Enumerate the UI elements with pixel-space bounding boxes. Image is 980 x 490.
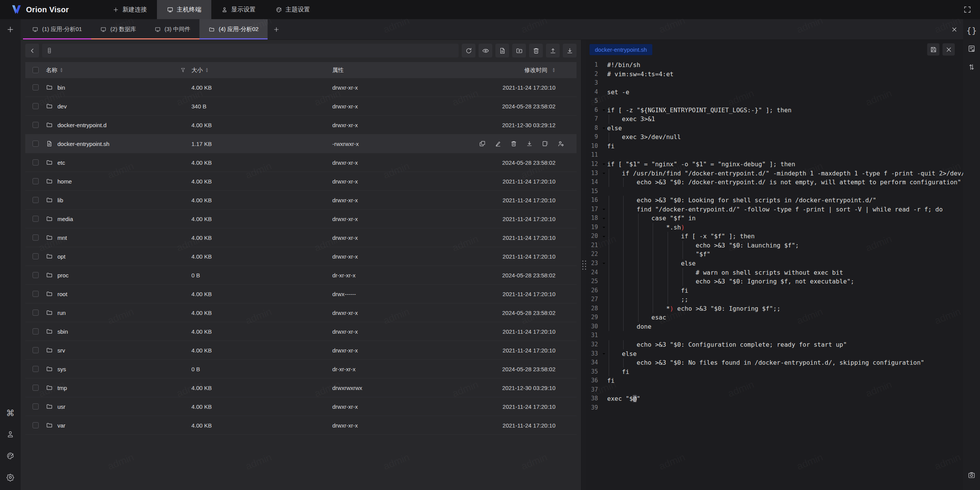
theme-settings-button[interactable] xyxy=(3,449,18,463)
refresh-button[interactable] xyxy=(462,44,475,57)
table-row[interactable]: bin4.00 KBdrwxr-xr-x2021-11-24 17:20:10 xyxy=(25,78,577,97)
file-name[interactable]: run xyxy=(57,310,66,316)
path-bar[interactable] xyxy=(42,44,459,57)
fold-chevron-icon[interactable] xyxy=(600,106,607,115)
terminal-tab[interactable]: (4) 应用-分析02 xyxy=(199,19,268,39)
fold-chevron-icon[interactable] xyxy=(600,232,607,241)
table-row[interactable]: docker-entrypoint.d4.00 KBdrwxr-xr-x2021… xyxy=(25,116,577,134)
permission-button[interactable] xyxy=(557,140,564,147)
add-tab-button[interactable] xyxy=(268,19,285,39)
filter-icon[interactable] xyxy=(180,67,186,73)
fold-chevron-icon[interactable] xyxy=(600,160,607,169)
fold-chevron-icon[interactable] xyxy=(600,349,607,359)
file-name[interactable]: usr xyxy=(57,403,65,410)
preview-button[interactable] xyxy=(479,44,492,57)
save-button[interactable] xyxy=(927,43,939,56)
file-name[interactable]: var xyxy=(57,422,65,429)
upload-button[interactable] xyxy=(546,44,560,57)
fold-chevron-icon[interactable] xyxy=(600,124,607,133)
file-name[interactable]: media xyxy=(57,216,73,222)
terminal-tab[interactable]: (2) 数据库 xyxy=(91,19,145,39)
row-checkbox[interactable] xyxy=(33,159,39,166)
fold-chevron-icon[interactable] xyxy=(600,205,607,214)
menu-display-settings[interactable]: 显示设置 xyxy=(211,0,266,19)
row-checkbox[interactable] xyxy=(33,141,39,147)
table-row[interactable]: sys0 Bdr-xr-xr-x2024-05-28 23:58:02 xyxy=(25,360,577,379)
row-checkbox[interactable] xyxy=(33,122,39,128)
table-row[interactable]: etc4.00 KBdrwxr-xr-x2024-05-28 23:58:02 xyxy=(25,153,577,172)
row-checkbox[interactable] xyxy=(33,197,39,203)
row-checkbox[interactable] xyxy=(33,328,39,334)
sort-time-control[interactable]: ▲▼ xyxy=(552,67,555,73)
transfer-list-button[interactable] xyxy=(964,60,979,74)
close-editor-button[interactable] xyxy=(942,43,955,56)
fold-chevron-icon[interactable] xyxy=(600,214,607,223)
file-name[interactable]: root xyxy=(57,291,67,297)
row-checkbox[interactable] xyxy=(33,84,39,90)
table-row[interactable]: srv4.00 KBdrwxr-xr-x2021-11-24 17:20:10 xyxy=(25,341,577,360)
column-name[interactable]: 名称 xyxy=(46,67,57,74)
path-input[interactable] xyxy=(56,48,455,54)
file-name[interactable]: lib xyxy=(57,197,63,203)
file-name[interactable]: mnt xyxy=(57,234,67,241)
row-checkbox[interactable] xyxy=(33,310,39,316)
column-mtime[interactable]: 修改时间 xyxy=(524,67,547,74)
table-row[interactable]: tmp4.00 KBdrwxrwxrwx2021-12-30 03:29:10 xyxy=(25,379,577,397)
file-name[interactable]: tmp xyxy=(57,385,67,391)
table-row[interactable]: usr4.00 KBdrwxr-xr-x2021-11-24 17:20:10 xyxy=(25,397,577,416)
table-row[interactable]: var4.00 KBdrwxr-xr-x2021-11-24 17:20:10 xyxy=(25,416,577,435)
table-row[interactable]: dev340 Bdrwxr-xr-x2024-05-28 23:58:02 xyxy=(25,97,577,116)
row-checkbox[interactable] xyxy=(33,366,39,372)
fold-chevron-icon[interactable] xyxy=(600,169,607,178)
code-editor[interactable]: 1#!/bin/sh2# vim:sw=4:ts=4:et34set -e56i… xyxy=(586,57,963,490)
row-checkbox[interactable] xyxy=(33,234,39,241)
new-folder-button[interactable] xyxy=(512,44,526,57)
table-row[interactable]: media4.00 KBdrwxr-xr-x2021-11-24 17:20:1… xyxy=(25,210,577,228)
delete-button[interactable] xyxy=(529,44,543,57)
new-file-button[interactable] xyxy=(495,44,509,57)
row-checkbox[interactable] xyxy=(33,403,39,410)
display-settings-button[interactable] xyxy=(3,427,18,442)
file-detail-button[interactable] xyxy=(964,41,979,56)
table-row[interactable]: run4.00 KBdrwxr-xr-x2024-05-28 23:58:02 xyxy=(25,303,577,322)
row-checkbox[interactable] xyxy=(33,422,39,428)
menu-theme-settings[interactable]: 主题设置 xyxy=(266,0,320,19)
row-checkbox[interactable] xyxy=(33,385,39,391)
new-terminal-button[interactable] xyxy=(3,22,18,37)
table-row[interactable]: proc0 Bdr-xr-xr-x2024-05-28 23:58:02 xyxy=(25,266,577,285)
edit-button[interactable] xyxy=(494,140,501,147)
shortcut-keys-button[interactable]: ⌘ xyxy=(3,406,18,420)
row-checkbox[interactable] xyxy=(33,178,39,184)
back-button[interactable] xyxy=(25,44,39,57)
fold-chevron-icon[interactable] xyxy=(600,259,607,268)
fold-chevron-icon[interactable] xyxy=(600,223,607,232)
settings-button[interactable] xyxy=(3,470,18,485)
table-row[interactable]: mnt4.00 KBdrwxr-xr-x2021-11-24 17:20:10 xyxy=(25,228,577,247)
copy-button[interactable] xyxy=(479,140,486,147)
row-checkbox[interactable] xyxy=(33,216,39,222)
fullscreen-button[interactable] xyxy=(960,2,975,17)
json-view-button[interactable]: {} xyxy=(964,23,979,38)
file-name[interactable]: sys xyxy=(57,366,66,372)
file-name[interactable]: dev xyxy=(57,103,67,110)
sort-size-control[interactable]: ▲▼ xyxy=(205,67,209,73)
table-row[interactable]: docker-entrypoint.sh1.17 KB-rwxrwxr-x xyxy=(25,134,577,153)
row-checkbox[interactable] xyxy=(33,272,39,278)
file-name[interactable]: docker-entrypoint.d xyxy=(57,122,106,128)
table-row[interactable]: sbin4.00 KBdrwxr-xr-x2021-11-24 17:20:10 xyxy=(25,322,577,341)
delete-file-button[interactable] xyxy=(510,140,517,147)
table-row[interactable]: root4.00 KBdrwx------2021-11-24 17:20:10 xyxy=(25,285,577,303)
table-row[interactable]: opt4.00 KBdrwxr-xr-x2021-11-24 17:20:10 xyxy=(25,247,577,266)
download-button[interactable] xyxy=(563,44,577,57)
menu-new-connection[interactable]: 新建连接 xyxy=(103,0,157,19)
sort-name-control[interactable]: ▲▼ xyxy=(60,67,63,73)
file-name[interactable]: proc xyxy=(57,272,69,279)
screenshot-button[interactable] xyxy=(964,468,979,482)
close-panel-button[interactable] xyxy=(946,19,963,39)
download-file-button[interactable] xyxy=(526,140,533,147)
file-name[interactable]: sbin xyxy=(57,328,68,335)
select-all-checkbox[interactable] xyxy=(33,67,39,73)
row-checkbox[interactable] xyxy=(33,253,39,259)
column-size[interactable]: 大小 xyxy=(191,67,203,74)
row-checkbox[interactable] xyxy=(33,103,39,109)
